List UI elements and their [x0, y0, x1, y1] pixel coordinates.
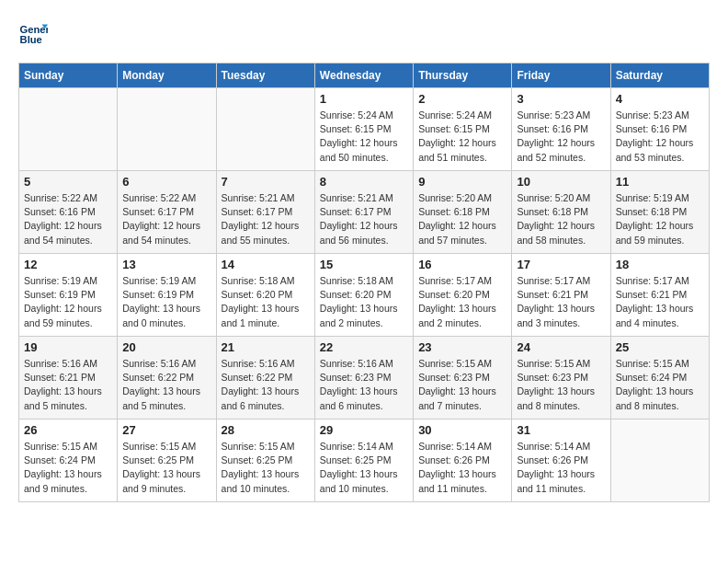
day-number: 8 [320, 175, 408, 189]
day-info: Sunrise: 5:16 AMSunset: 6:21 PMDaylight:… [24, 357, 112, 413]
day-info: Sunrise: 5:15 AMSunset: 6:23 PMDaylight:… [418, 357, 506, 413]
day-number: 30 [418, 423, 506, 437]
calendar-cell: 11Sunrise: 5:19 AMSunset: 6:18 PMDayligh… [610, 171, 709, 254]
day-info: Sunrise: 5:15 AMSunset: 6:24 PMDaylight:… [24, 440, 112, 496]
calendar-cell: 8Sunrise: 5:21 AMSunset: 6:17 PMDaylight… [314, 171, 413, 254]
calendar-week-3: 12Sunrise: 5:19 AMSunset: 6:19 PMDayligh… [19, 254, 710, 337]
day-number: 12 [24, 258, 112, 271]
day-info: Sunrise: 5:19 AMSunset: 6:19 PMDaylight:… [122, 274, 210, 330]
day-number: 1 [320, 92, 408, 106]
day-number: 24 [517, 340, 605, 354]
calendar-cell [610, 419, 709, 502]
day-number: 7 [222, 175, 310, 189]
day-info: Sunrise: 5:20 AMSunset: 6:18 PMDaylight:… [418, 191, 506, 247]
calendar-cell: 10Sunrise: 5:20 AMSunset: 6:18 PMDayligh… [512, 171, 610, 254]
day-info: Sunrise: 5:15 AMSunset: 6:24 PMDaylight:… [616, 357, 704, 413]
day-number: 10 [517, 175, 605, 189]
calendar-cell: 9Sunrise: 5:20 AMSunset: 6:18 PMDaylight… [414, 171, 512, 254]
day-number: 5 [24, 175, 112, 189]
day-info: Sunrise: 5:16 AMSunset: 6:22 PMDaylight:… [222, 357, 310, 413]
day-info: Sunrise: 5:20 AMSunset: 6:18 PMDaylight:… [517, 191, 605, 247]
day-number: 21 [222, 340, 310, 354]
dow-saturday: Saturday [610, 63, 709, 88]
calendar-cell [19, 88, 118, 171]
logo: General Blue [18, 18, 51, 48]
dow-tuesday: Tuesday [216, 63, 314, 88]
day-number: 4 [616, 92, 704, 106]
day-info: Sunrise: 5:17 AMSunset: 6:21 PMDaylight:… [517, 274, 605, 330]
day-number: 31 [517, 423, 605, 437]
page-header: General Blue [18, 18, 710, 48]
calendar-cell: 14Sunrise: 5:18 AMSunset: 6:20 PMDayligh… [216, 254, 314, 337]
day-number: 26 [24, 423, 112, 437]
day-number: 14 [222, 258, 310, 271]
day-info: Sunrise: 5:17 AMSunset: 6:21 PMDaylight:… [616, 274, 704, 330]
calendar-cell: 1Sunrise: 5:24 AMSunset: 6:15 PMDaylight… [314, 88, 413, 171]
day-info: Sunrise: 5:14 AMSunset: 6:25 PMDaylight:… [320, 440, 408, 496]
day-info: Sunrise: 5:24 AMSunset: 6:15 PMDaylight:… [418, 109, 506, 165]
day-number: 28 [222, 423, 310, 437]
calendar-cell [118, 88, 216, 171]
calendar-cell: 17Sunrise: 5:17 AMSunset: 6:21 PMDayligh… [512, 254, 610, 337]
day-info: Sunrise: 5:17 AMSunset: 6:20 PMDaylight:… [418, 274, 506, 330]
day-info: Sunrise: 5:24 AMSunset: 6:15 PMDaylight:… [320, 109, 408, 165]
calendar-cell: 28Sunrise: 5:15 AMSunset: 6:25 PMDayligh… [216, 419, 314, 502]
calendar-cell: 4Sunrise: 5:23 AMSunset: 6:16 PMDaylight… [610, 88, 709, 171]
day-number: 23 [418, 340, 506, 354]
calendar-cell: 26Sunrise: 5:15 AMSunset: 6:24 PMDayligh… [19, 419, 118, 502]
calendar-cell: 12Sunrise: 5:19 AMSunset: 6:19 PMDayligh… [19, 254, 118, 337]
dow-monday: Monday [118, 63, 216, 88]
day-number: 13 [122, 258, 210, 271]
day-number: 11 [616, 175, 704, 189]
day-number: 17 [517, 258, 605, 271]
logo-icon: General Blue [18, 18, 48, 48]
calendar-cell: 21Sunrise: 5:16 AMSunset: 6:22 PMDayligh… [216, 337, 314, 419]
calendar-cell: 5Sunrise: 5:22 AMSunset: 6:16 PMDaylight… [19, 171, 118, 254]
day-info: Sunrise: 5:22 AMSunset: 6:17 PMDaylight:… [122, 191, 210, 247]
calendar-cell: 25Sunrise: 5:15 AMSunset: 6:24 PMDayligh… [610, 337, 709, 419]
calendar-cell: 31Sunrise: 5:14 AMSunset: 6:26 PMDayligh… [512, 419, 610, 502]
day-number: 18 [616, 258, 704, 271]
calendar-cell: 27Sunrise: 5:15 AMSunset: 6:25 PMDayligh… [118, 419, 216, 502]
svg-text:Blue: Blue [20, 34, 42, 45]
day-number: 25 [616, 340, 704, 354]
day-info: Sunrise: 5:15 AMSunset: 6:23 PMDaylight:… [517, 357, 605, 413]
calendar-cell: 3Sunrise: 5:23 AMSunset: 6:16 PMDaylight… [512, 88, 610, 171]
calendar-cell [216, 88, 314, 171]
day-info: Sunrise: 5:15 AMSunset: 6:25 PMDaylight:… [122, 440, 210, 496]
calendar-cell: 15Sunrise: 5:18 AMSunset: 6:20 PMDayligh… [314, 254, 413, 337]
dow-thursday: Thursday [414, 63, 512, 88]
day-info: Sunrise: 5:16 AMSunset: 6:23 PMDaylight:… [320, 357, 408, 413]
day-number: 3 [517, 92, 605, 106]
calendar-week-1: 1Sunrise: 5:24 AMSunset: 6:15 PMDaylight… [19, 88, 710, 171]
day-info: Sunrise: 5:14 AMSunset: 6:26 PMDaylight:… [517, 440, 605, 496]
calendar-cell: 30Sunrise: 5:14 AMSunset: 6:26 PMDayligh… [414, 419, 512, 502]
day-info: Sunrise: 5:19 AMSunset: 6:18 PMDaylight:… [616, 191, 704, 247]
calendar-cell: 13Sunrise: 5:19 AMSunset: 6:19 PMDayligh… [118, 254, 216, 337]
day-info: Sunrise: 5:18 AMSunset: 6:20 PMDaylight:… [320, 274, 408, 330]
day-number: 29 [320, 423, 408, 437]
day-info: Sunrise: 5:22 AMSunset: 6:16 PMDaylight:… [24, 191, 112, 247]
calendar-week-4: 19Sunrise: 5:16 AMSunset: 6:21 PMDayligh… [19, 337, 710, 419]
day-number: 20 [122, 340, 210, 354]
day-info: Sunrise: 5:23 AMSunset: 6:16 PMDaylight:… [517, 109, 605, 165]
day-number: 27 [122, 423, 210, 437]
day-info: Sunrise: 5:21 AMSunset: 6:17 PMDaylight:… [222, 191, 310, 247]
days-of-week-row: SundayMondayTuesdayWednesdayThursdayFrid… [19, 63, 710, 88]
calendar-cell: 24Sunrise: 5:15 AMSunset: 6:23 PMDayligh… [512, 337, 610, 419]
day-number: 16 [418, 258, 506, 271]
calendar-cell: 7Sunrise: 5:21 AMSunset: 6:17 PMDaylight… [216, 171, 314, 254]
day-info: Sunrise: 5:23 AMSunset: 6:16 PMDaylight:… [616, 109, 704, 165]
calendar-cell: 6Sunrise: 5:22 AMSunset: 6:17 PMDaylight… [118, 171, 216, 254]
calendar-cell: 2Sunrise: 5:24 AMSunset: 6:15 PMDaylight… [414, 88, 512, 171]
day-info: Sunrise: 5:15 AMSunset: 6:25 PMDaylight:… [222, 440, 310, 496]
dow-wednesday: Wednesday [314, 63, 413, 88]
calendar-body: 1Sunrise: 5:24 AMSunset: 6:15 PMDaylight… [19, 88, 710, 502]
calendar-week-2: 5Sunrise: 5:22 AMSunset: 6:16 PMDaylight… [19, 171, 710, 254]
calendar-cell: 20Sunrise: 5:16 AMSunset: 6:22 PMDayligh… [118, 337, 216, 419]
day-number: 2 [418, 92, 506, 106]
calendar-table: SundayMondayTuesdayWednesdayThursdayFrid… [18, 63, 710, 502]
calendar-cell: 23Sunrise: 5:15 AMSunset: 6:23 PMDayligh… [414, 337, 512, 419]
dow-friday: Friday [512, 63, 610, 88]
day-number: 15 [320, 258, 408, 271]
